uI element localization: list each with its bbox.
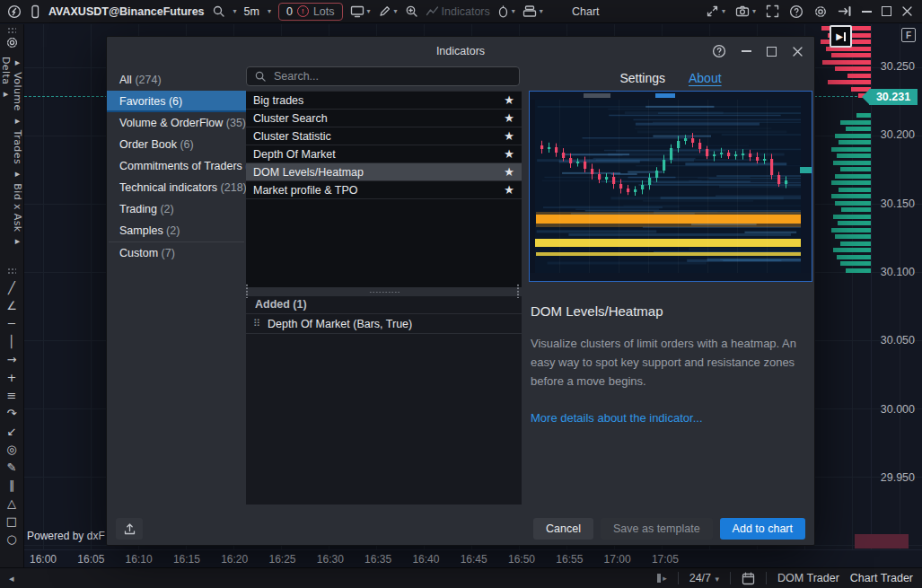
collapse-left-icon[interactable]: ◂: [9, 573, 14, 584]
indicator-cluster-statistic[interactable]: Cluster Statistic★: [246, 127, 522, 145]
arrow-tool-icon[interactable]: →: [7, 354, 17, 365]
timeframe-caret-icon[interactable]: ▾: [268, 7, 271, 15]
dialog-minimize-icon[interactable]: [742, 50, 751, 52]
fullscreen-icon[interactable]: [766, 4, 779, 18]
indicator-name: Cluster Statistic: [253, 130, 504, 143]
horizontal-line-tool-icon[interactable]: ─: [8, 318, 15, 329]
indicator-depth-of-market[interactable]: Depth Of Market★: [246, 145, 522, 163]
vertical-line-tool-icon[interactable]: │: [8, 336, 15, 347]
time-axis[interactable]: 16:0016:0516:1016:1516:2016:2516:3016:35…: [24, 549, 922, 568]
triangle-tool-icon[interactable]: △: [7, 497, 16, 509]
rectangle-tool-icon[interactable]: □: [6, 515, 17, 527]
favorite-star-icon[interactable]: ★: [504, 130, 514, 142]
category-label: Trading: [119, 203, 157, 215]
price-levels-tool-icon[interactable]: ≡: [7, 390, 17, 401]
calendar-icon[interactable]: [742, 572, 755, 585]
circle-marker-tool-icon[interactable]: ◎: [6, 443, 16, 455]
indicator-big-trades[interactable]: Big trades★: [246, 92, 522, 110]
export-template-button[interactable]: [116, 518, 143, 540]
indicators-button[interactable]: Indicators: [426, 4, 490, 18]
dialog-maximize-icon[interactable]: [767, 47, 777, 57]
list-splitter[interactable]: [246, 287, 522, 296]
draw-caret-icon: ▾: [394, 7, 398, 15]
category-custom[interactable]: Custom (7): [107, 242, 246, 264]
favorite-star-icon[interactable]: ★: [504, 112, 514, 124]
symbol-search-icon[interactable]: [212, 4, 225, 18]
category-volume-orderflow[interactable]: Volume & OrderFlow (35): [107, 112, 246, 134]
toolbar-grip[interactable]: [7, 268, 16, 274]
indicator-dom-levels-heatmap[interactable]: DOM Levels/Heatmap★: [246, 163, 522, 181]
added-item[interactable]: ⠿Depth Of Market (Bars, True): [246, 314, 522, 334]
indicator-cluster-search[interactable]: Cluster Search★: [246, 110, 522, 127]
category-label: Order Book: [119, 138, 177, 151]
search-input[interactable]: [272, 69, 512, 83]
pencil-tool-icon[interactable]: ✎: [7, 461, 17, 473]
category-order-book[interactable]: Order Book (6): [107, 134, 246, 155]
layout-button[interactable]: ▾: [522, 4, 543, 18]
timeframe-select[interactable]: 5m: [244, 5, 259, 18]
trend-line-tool-icon[interactable]: ╱: [8, 282, 15, 294]
maximize-icon[interactable]: [882, 6, 891, 16]
draw-button[interactable]: ▾: [378, 4, 398, 18]
price-label: 30.150: [881, 197, 915, 210]
scale-button[interactable]: ▾: [706, 4, 725, 18]
tab-dom-trader[interactable]: DOM Trader: [777, 572, 839, 584]
bid-depth-bar: [833, 248, 871, 252]
trend-arrow-tool-icon[interactable]: ↙: [7, 426, 17, 437]
category-technical-indicators[interactable]: Technical indicators (218): [107, 177, 246, 198]
chart-settings-gear-icon[interactable]: [5, 36, 19, 49]
ellipse-tool-icon[interactable]: ○: [6, 533, 16, 545]
category-commitments-of-traders[interactable]: Commitments of Traders (4): [107, 155, 246, 177]
category-count: (274): [132, 74, 162, 86]
dialog-close-icon[interactable]: [792, 46, 803, 57]
category-label: Samples: [119, 224, 163, 237]
dialog-titlebar[interactable]: Indicators: [107, 37, 814, 66]
bid-depth-bar: [837, 154, 871, 158]
favorite-star-icon[interactable]: ★: [504, 166, 514, 178]
tab-settings[interactable]: Settings: [619, 71, 665, 85]
category-trading[interactable]: Trading (2): [107, 198, 246, 220]
category-all[interactable]: All (274): [107, 69, 246, 91]
timer-button[interactable]: ▾: [497, 4, 515, 19]
dialog-help-icon[interactable]: [712, 44, 726, 58]
indicator-search[interactable]: [246, 66, 520, 86]
save-as-template-button[interactable]: Save as template: [601, 518, 713, 540]
panel-icon[interactable]: [29, 4, 41, 19]
category-samples[interactable]: Samples (2): [107, 220, 246, 241]
session-select[interactable]: 24/7 ▾: [689, 572, 719, 584]
close-icon[interactable]: [901, 5, 913, 17]
favorite-star-icon[interactable]: ★: [504, 94, 514, 106]
drag-handle-icon[interactable]: ⠿: [253, 318, 260, 329]
cross-tool-icon[interactable]: +: [7, 372, 17, 383]
lots-control[interactable]: 0 ! Lots: [278, 3, 343, 21]
price-scale-mode-button[interactable]: F: [901, 28, 916, 42]
symbol-caret-icon[interactable]: ▾: [233, 7, 237, 15]
time-label: 16:10: [126, 553, 153, 566]
tab-about[interactable]: About: [689, 71, 722, 85]
settings-gear-icon[interactable]: [813, 4, 828, 19]
go-to-realtime-button[interactable]: ▶: [830, 25, 852, 48]
angle-tool-icon[interactable]: ∠: [6, 300, 17, 312]
symbol-name[interactable]: AVAXUSDT@BinanceFutures: [48, 5, 205, 18]
zoom-in-button[interactable]: [405, 4, 418, 18]
panel-toggles-volume-trades-bidask-delta[interactable]: ▸ Volume ▸ Trades ▸ Bid x Ask ▸ Delta ▸: [0, 57, 23, 265]
favorite-star-icon[interactable]: ★: [504, 184, 514, 196]
add-to-chart-button[interactable]: Add to chart: [720, 518, 805, 540]
screenshot-button[interactable]: ▾: [735, 4, 756, 18]
indicator-market-profile-tpo[interactable]: Market profile & TPO★: [246, 181, 522, 199]
category-favorites[interactable]: Favorites (6): [107, 91, 246, 112]
cancel-button[interactable]: Cancel: [533, 518, 593, 540]
display-button[interactable]: ▾: [350, 4, 371, 18]
curve-tool-icon[interactable]: ↷: [7, 408, 17, 419]
toolbar-grip[interactable]: [7, 27, 16, 33]
help-icon[interactable]: [789, 4, 803, 19]
pin-icon[interactable]: [838, 4, 852, 18]
minimize-icon[interactable]: [862, 11, 872, 13]
indicator-name: Depth Of Market: [253, 148, 504, 161]
about-details-link[interactable]: More details about the indicator...: [531, 411, 811, 425]
indicator-name: Big trades: [253, 94, 504, 107]
tab-chart-trader[interactable]: Chart Trader: [850, 572, 913, 584]
favorite-star-icon[interactable]: ★: [504, 148, 514, 160]
panel-toggle-icon[interactable]: ▸: [657, 574, 667, 583]
parallel-channel-tool-icon[interactable]: ∥: [9, 479, 15, 491]
